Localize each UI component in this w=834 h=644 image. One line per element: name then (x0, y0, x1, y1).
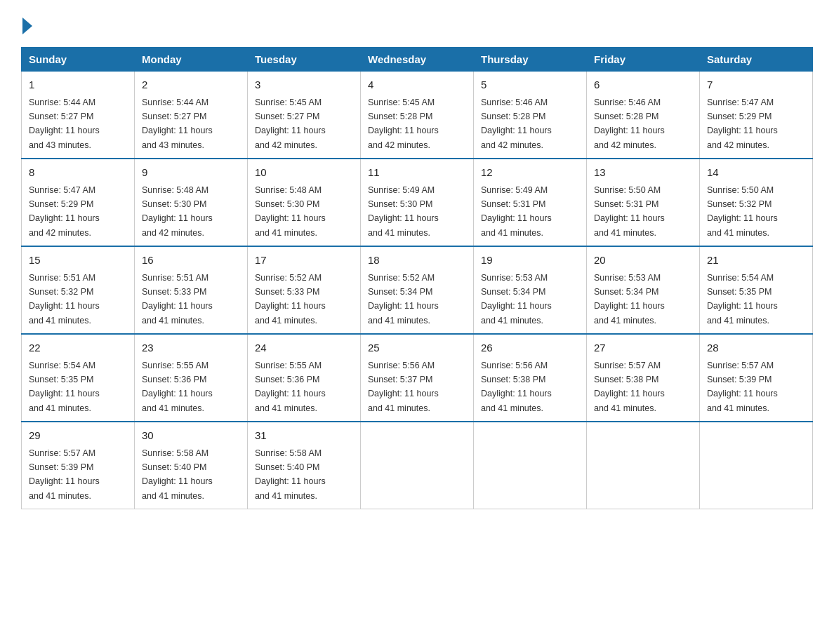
day-info: Sunrise: 5:57 AMSunset: 5:39 PMDaylight:… (707, 361, 778, 413)
calendar-header-sunday: Sunday (22, 48, 135, 72)
day-info: Sunrise: 5:57 AMSunset: 5:38 PMDaylight:… (594, 361, 665, 413)
day-number: 23 (142, 340, 240, 356)
day-number: 7 (707, 77, 805, 93)
day-info: Sunrise: 5:51 AMSunset: 5:32 PMDaylight:… (29, 273, 100, 326)
day-info: Sunrise: 5:52 AMSunset: 5:33 PMDaylight:… (255, 273, 326, 326)
calendar-cell: 22 Sunrise: 5:54 AMSunset: 5:35 PMDaylig… (22, 334, 135, 422)
day-number: 19 (481, 253, 579, 269)
day-number: 18 (368, 253, 466, 269)
calendar-cell: 25 Sunrise: 5:56 AMSunset: 5:37 PMDaylig… (361, 334, 474, 422)
day-number: 14 (707, 165, 805, 181)
page-header (21, 14, 813, 33)
day-number: 9 (142, 165, 240, 181)
calendar-cell (361, 422, 474, 509)
day-info: Sunrise: 5:49 AMSunset: 5:30 PMDaylight:… (368, 185, 439, 238)
calendar-cell: 15 Sunrise: 5:51 AMSunset: 5:32 PMDaylig… (22, 246, 135, 334)
day-number: 12 (481, 165, 579, 181)
calendar-cell: 30 Sunrise: 5:58 AMSunset: 5:40 PMDaylig… (135, 422, 248, 509)
day-number: 22 (29, 340, 127, 356)
day-info: Sunrise: 5:58 AMSunset: 5:40 PMDaylight:… (142, 448, 213, 501)
calendar-cell: 20 Sunrise: 5:53 AMSunset: 5:34 PMDaylig… (587, 246, 700, 334)
calendar-cell: 5 Sunrise: 5:46 AMSunset: 5:28 PMDayligh… (474, 72, 587, 159)
day-info: Sunrise: 5:50 AMSunset: 5:32 PMDaylight:… (707, 185, 778, 238)
day-info: Sunrise: 5:45 AMSunset: 5:27 PMDaylight:… (255, 98, 326, 150)
day-number: 20 (594, 253, 692, 269)
calendar-cell: 16 Sunrise: 5:51 AMSunset: 5:33 PMDaylig… (135, 246, 248, 334)
day-info: Sunrise: 5:54 AMSunset: 5:35 PMDaylight:… (707, 273, 778, 326)
calendar-cell: 14 Sunrise: 5:50 AMSunset: 5:32 PMDaylig… (700, 159, 813, 246)
calendar-cell: 3 Sunrise: 5:45 AMSunset: 5:27 PMDayligh… (248, 72, 361, 159)
calendar-cell: 18 Sunrise: 5:52 AMSunset: 5:34 PMDaylig… (361, 246, 474, 334)
day-number: 17 (255, 253, 353, 269)
calendar-cell: 2 Sunrise: 5:44 AMSunset: 5:27 PMDayligh… (135, 72, 248, 159)
day-info: Sunrise: 5:55 AMSunset: 5:36 PMDaylight:… (255, 361, 326, 413)
day-info: Sunrise: 5:55 AMSunset: 5:36 PMDaylight:… (142, 361, 213, 413)
day-number: 4 (368, 77, 466, 93)
day-number: 8 (29, 165, 127, 181)
day-info: Sunrise: 5:50 AMSunset: 5:31 PMDaylight:… (594, 185, 665, 238)
calendar-cell: 10 Sunrise: 5:48 AMSunset: 5:30 PMDaylig… (248, 159, 361, 246)
day-info: Sunrise: 5:53 AMSunset: 5:34 PMDaylight:… (594, 273, 665, 326)
calendar-cell (474, 422, 587, 509)
day-number: 5 (481, 77, 579, 93)
calendar-cell: 4 Sunrise: 5:45 AMSunset: 5:28 PMDayligh… (361, 72, 474, 159)
day-number: 13 (594, 165, 692, 181)
day-info: Sunrise: 5:47 AMSunset: 5:29 PMDaylight:… (707, 98, 778, 150)
day-info: Sunrise: 5:47 AMSunset: 5:29 PMDaylight:… (29, 185, 100, 238)
calendar-header-thursday: Thursday (474, 48, 587, 72)
calendar-header-wednesday: Wednesday (361, 48, 474, 72)
day-info: Sunrise: 5:54 AMSunset: 5:35 PMDaylight:… (29, 361, 100, 413)
logo-triangle-icon (22, 18, 32, 34)
day-info: Sunrise: 5:57 AMSunset: 5:39 PMDaylight:… (29, 448, 100, 501)
day-number: 3 (255, 77, 353, 93)
calendar-week-row: 22 Sunrise: 5:54 AMSunset: 5:35 PMDaylig… (22, 334, 813, 422)
calendar-cell: 23 Sunrise: 5:55 AMSunset: 5:36 PMDaylig… (135, 334, 248, 422)
day-number: 10 (255, 165, 353, 181)
day-info: Sunrise: 5:46 AMSunset: 5:28 PMDaylight:… (481, 98, 552, 150)
day-info: Sunrise: 5:46 AMSunset: 5:28 PMDaylight:… (594, 98, 665, 150)
calendar-cell: 19 Sunrise: 5:53 AMSunset: 5:34 PMDaylig… (474, 246, 587, 334)
logo (21, 14, 32, 33)
calendar-header-saturday: Saturday (700, 48, 813, 72)
day-info: Sunrise: 5:52 AMSunset: 5:34 PMDaylight:… (368, 273, 439, 326)
calendar-cell: 26 Sunrise: 5:56 AMSunset: 5:38 PMDaylig… (474, 334, 587, 422)
calendar-header-row: SundayMondayTuesdayWednesdayThursdayFrid… (22, 48, 813, 72)
day-info: Sunrise: 5:49 AMSunset: 5:31 PMDaylight:… (481, 185, 552, 238)
calendar-header-tuesday: Tuesday (248, 48, 361, 72)
day-number: 11 (368, 165, 466, 181)
day-info: Sunrise: 5:44 AMSunset: 5:27 PMDaylight:… (142, 98, 213, 150)
calendar-cell: 9 Sunrise: 5:48 AMSunset: 5:30 PMDayligh… (135, 159, 248, 246)
day-number: 25 (368, 340, 466, 356)
calendar-week-row: 1 Sunrise: 5:44 AMSunset: 5:27 PMDayligh… (22, 72, 813, 159)
day-info: Sunrise: 5:56 AMSunset: 5:38 PMDaylight:… (481, 361, 552, 413)
day-number: 26 (481, 340, 579, 356)
calendar-table: SundayMondayTuesdayWednesdayThursdayFrid… (21, 47, 813, 509)
calendar-cell: 6 Sunrise: 5:46 AMSunset: 5:28 PMDayligh… (587, 72, 700, 159)
calendar-week-row: 8 Sunrise: 5:47 AMSunset: 5:29 PMDayligh… (22, 159, 813, 246)
day-number: 30 (142, 428, 240, 444)
day-number: 24 (255, 340, 353, 356)
day-number: 27 (594, 340, 692, 356)
day-number: 29 (29, 428, 127, 444)
calendar-cell: 13 Sunrise: 5:50 AMSunset: 5:31 PMDaylig… (587, 159, 700, 246)
calendar-header-monday: Monday (135, 48, 248, 72)
day-number: 16 (142, 253, 240, 269)
calendar-cell: 29 Sunrise: 5:57 AMSunset: 5:39 PMDaylig… (22, 422, 135, 509)
day-info: Sunrise: 5:48 AMSunset: 5:30 PMDaylight:… (142, 185, 213, 238)
calendar-cell: 12 Sunrise: 5:49 AMSunset: 5:31 PMDaylig… (474, 159, 587, 246)
calendar-cell: 24 Sunrise: 5:55 AMSunset: 5:36 PMDaylig… (248, 334, 361, 422)
day-info: Sunrise: 5:53 AMSunset: 5:34 PMDaylight:… (481, 273, 552, 326)
day-number: 31 (255, 428, 353, 444)
day-number: 2 (142, 77, 240, 93)
day-info: Sunrise: 5:45 AMSunset: 5:28 PMDaylight:… (368, 98, 439, 150)
calendar-cell: 31 Sunrise: 5:58 AMSunset: 5:40 PMDaylig… (248, 422, 361, 509)
calendar-cell: 1 Sunrise: 5:44 AMSunset: 5:27 PMDayligh… (22, 72, 135, 159)
calendar-cell: 11 Sunrise: 5:49 AMSunset: 5:30 PMDaylig… (361, 159, 474, 246)
calendar-cell: 27 Sunrise: 5:57 AMSunset: 5:38 PMDaylig… (587, 334, 700, 422)
calendar-cell: 17 Sunrise: 5:52 AMSunset: 5:33 PMDaylig… (248, 246, 361, 334)
day-number: 28 (707, 340, 805, 356)
day-info: Sunrise: 5:48 AMSunset: 5:30 PMDaylight:… (255, 185, 326, 238)
day-number: 6 (594, 77, 692, 93)
calendar-week-row: 15 Sunrise: 5:51 AMSunset: 5:32 PMDaylig… (22, 246, 813, 334)
calendar-cell (700, 422, 813, 509)
